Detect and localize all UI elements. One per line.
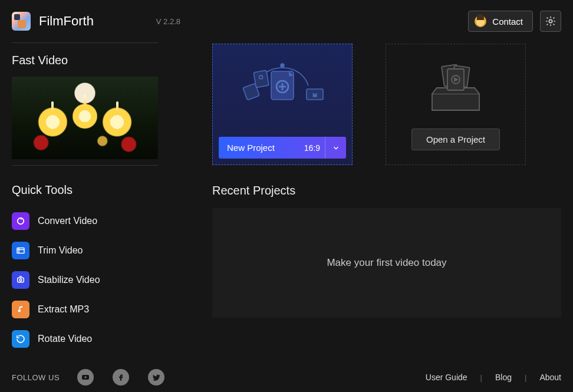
trim-icon xyxy=(12,242,29,259)
contact-label: Contact xyxy=(492,17,523,27)
rotate-icon xyxy=(12,330,29,348)
open-project-label: Open a Project xyxy=(426,134,485,144)
tool-label: Trim Video xyxy=(38,245,83,256)
facebook-icon xyxy=(117,373,125,381)
footer-link-user-guide[interactable]: User Guide xyxy=(426,373,467,382)
tool-extract-mp3[interactable]: Extract MP3 xyxy=(12,295,158,324)
separator: | xyxy=(525,373,526,382)
tool-label: Stabilize Video xyxy=(38,275,100,285)
aspect-ratio-dropdown[interactable] xyxy=(325,137,346,159)
recent-projects-title: Recent Projects xyxy=(212,184,561,197)
tool-label: Convert Video xyxy=(38,216,97,226)
sidebar: Fast Video Quick Tools Convert Video Tri… xyxy=(12,39,158,360)
follow-us-label: FOLLOW US xyxy=(12,373,60,382)
new-project-card: M xyxy=(212,44,353,165)
twitter-icon xyxy=(152,373,161,382)
twitter-link[interactable] xyxy=(148,369,164,386)
svg-point-4 xyxy=(19,279,22,281)
music-icon xyxy=(12,301,29,318)
aspect-ratio: 16:9 xyxy=(304,143,325,153)
convert-icon xyxy=(12,212,29,230)
app-logo xyxy=(12,12,31,31)
tool-label: Rotate Video xyxy=(38,334,92,344)
youtube-icon xyxy=(81,373,90,382)
facebook-link[interactable] xyxy=(113,369,129,386)
tool-stabilize-video[interactable]: Stabilize Video xyxy=(12,265,158,295)
settings-button[interactable] xyxy=(540,11,561,32)
separator: | xyxy=(480,373,482,382)
open-project-card: Open a Project xyxy=(386,44,526,165)
svg-text:M: M xyxy=(313,93,317,98)
person-icon xyxy=(475,15,486,27)
app-name: FilmForth xyxy=(39,14,94,29)
gear-icon xyxy=(545,15,556,27)
new-project-label: New Project xyxy=(219,143,275,153)
chevron-down-icon xyxy=(332,144,340,152)
new-project-button[interactable]: New Project 16:9 xyxy=(219,137,346,159)
svg-point-5 xyxy=(281,64,284,67)
footer-link-about[interactable]: About xyxy=(539,373,561,382)
svg-rect-2 xyxy=(17,248,24,253)
recent-projects-empty: Make your first video today xyxy=(212,208,561,318)
tool-convert-video[interactable]: Convert Video xyxy=(12,206,158,236)
divider xyxy=(12,42,158,43)
new-project-art: M xyxy=(213,52,352,129)
main-area: M xyxy=(158,39,561,360)
stabilize-icon xyxy=(12,271,29,289)
footer-link-blog[interactable]: Blog xyxy=(495,373,512,382)
header: FilmForth V 2.2.8 Contact xyxy=(0,0,573,39)
recent-empty-text: Make your first video today xyxy=(327,257,446,269)
open-project-art xyxy=(386,52,525,129)
divider xyxy=(12,165,158,166)
youtube-link[interactable] xyxy=(77,369,94,386)
svg-point-0 xyxy=(549,19,552,22)
footer: FOLLOW US User Guide | Blog | About xyxy=(0,363,573,392)
contact-button[interactable]: Contact xyxy=(468,11,533,32)
tool-trim-video[interactable]: Trim Video xyxy=(12,236,158,265)
fast-video-title: Fast Video xyxy=(12,54,158,67)
open-project-button[interactable]: Open a Project xyxy=(411,129,500,150)
tool-rotate-video[interactable]: Rotate Video xyxy=(12,324,158,354)
tool-label: Extract MP3 xyxy=(38,304,89,315)
fast-video-thumbnail[interactable] xyxy=(12,77,158,159)
quick-tools-title: Quick Tools xyxy=(12,183,158,197)
app-version: V 2.2.8 xyxy=(156,17,180,26)
